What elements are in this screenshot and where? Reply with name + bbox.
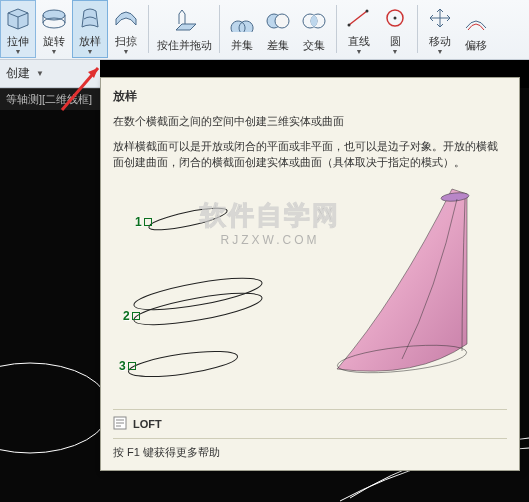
line-icon [344,4,374,32]
move-icon [425,4,455,32]
offset-label: 偏移 [465,38,487,53]
svg-point-3 [275,14,289,28]
move-label: 移动 [429,34,451,49]
circle-label: 圆 [390,34,401,49]
dropdown-icon: ▼ [356,49,363,55]
subtract-icon [263,6,293,36]
loft-tooltip: 放样 在数个横截面之间的空间中创建三维实体或曲面 放样横截面可以是开放或闭合的平… [100,77,520,471]
presspull-button[interactable]: 按住并拖动 [153,0,215,58]
dropdown-icon: ▼ [51,49,58,55]
revolve-button[interactable]: 旋转 ▼ [36,0,72,58]
dropdown-icon: ▼ [123,49,130,55]
subtract-button[interactable]: 差集 [260,0,296,58]
extrude-icon [3,4,33,32]
profile-tag-1: 1 [135,215,142,229]
union-icon [227,6,257,36]
subtract-label: 差集 [267,38,289,53]
create-panel-label: 创建 [6,65,30,82]
extrude-label: 拉伸 [7,34,29,49]
line-button[interactable]: 直线 ▼ [341,0,377,58]
tooltip-help: 按 F1 键获得更多帮助 [113,445,507,460]
command-icon [113,416,127,432]
presspull-icon [169,6,199,36]
revolve-icon [39,4,69,32]
dropdown-icon: ▼ [15,49,22,55]
svg-line-6 [349,11,367,25]
tooltip-illustration: 1 2 3 [113,179,507,399]
intersect-icon [299,6,329,36]
ribbon-panel-label: 创建 ▼ [0,60,100,88]
intersect-button[interactable]: 交集 [296,0,332,58]
dropdown-icon: ▼ [392,49,399,55]
dropdown-icon: ▼ [87,49,94,55]
move-button[interactable]: 移动 ▼ [422,0,458,58]
profile-tag-3: 3 [119,359,126,373]
svg-point-15 [127,346,239,381]
loft-label: 放样 [79,34,101,49]
dropdown-icon: ▼ [36,69,44,78]
separator [219,5,220,53]
profile-tag-2: 2 [123,309,130,323]
union-button[interactable]: 并集 [224,0,260,58]
tooltip-desc2: 放样横截面可以是开放或闭合的平面或非平面，也可以是边子对象。开放的横截面创建曲面… [113,138,507,171]
separator [148,5,149,53]
offset-icon [461,6,491,36]
tooltip-divider [113,438,507,439]
tooltip-desc1: 在数个横截面之间的空间中创建三维实体或曲面 [113,113,507,130]
separator [417,5,418,53]
viewport-label-bar[interactable]: 等轴测][二维线框] [0,88,107,110]
sweep-label: 扫掠 [115,34,137,49]
tooltip-title: 放样 [113,88,507,105]
sweep-button[interactable]: 扫掠 ▼ [108,0,144,58]
revolve-label: 旋转 [43,34,65,49]
loft-icon [75,4,105,32]
sweep-icon [111,4,141,32]
svg-point-10 [394,17,397,20]
dropdown-icon: ▼ [437,49,444,55]
presspull-label: 按住并拖动 [157,38,212,53]
extrude-button[interactable]: 拉伸 ▼ [0,0,36,58]
intersect-label: 交集 [303,38,325,53]
offset-button[interactable]: 偏移 [458,0,494,58]
svg-point-14 [132,286,264,330]
line-label: 直线 [348,34,370,49]
circle-icon [380,4,410,32]
command-name: LOFT [133,418,162,430]
svg-point-7 [348,24,351,27]
viewport-label[interactable]: 等轴测][二维线框] [6,92,101,107]
tooltip-divider [113,409,507,410]
union-label: 并集 [231,38,253,53]
separator [336,5,337,53]
svg-point-11 [0,363,110,453]
circle-button[interactable]: 圆 ▼ [377,0,413,58]
ribbon-toolbar: 拉伸 ▼ 旋转 ▼ 放样 ▼ 扫掠 ▼ 按住并拖动 并集 [0,0,529,60]
tooltip-command-row: LOFT [113,416,507,432]
loft-button[interactable]: 放样 ▼ [72,0,108,58]
svg-point-12 [147,203,228,233]
svg-point-8 [366,10,369,13]
